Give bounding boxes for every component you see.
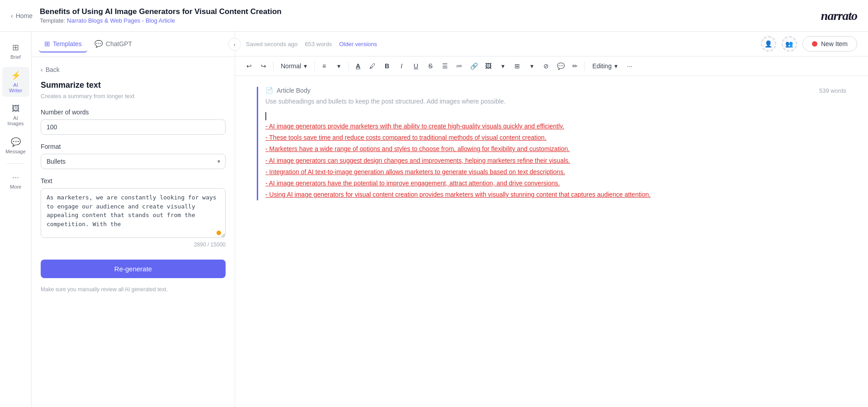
person-add-icon: 👥 [785, 40, 793, 47]
heading-chevron-icon: ▾ [304, 62, 307, 70]
sidebar-item-message[interactable]: 💬 Message [2, 133, 29, 158]
sidebar-item-ai-writer[interactable]: ⚡ AI Writer [2, 67, 29, 97]
words-field-group: Number of words [41, 109, 226, 135]
table-button[interactable]: ⊞ [510, 59, 524, 73]
back-label: Back [46, 66, 60, 73]
recording-dot [217, 231, 221, 235]
sidebar-label-ai-writer: AI Writer [8, 82, 24, 93]
editing-chevron-icon: ▾ [614, 62, 618, 70]
back-button[interactable]: ‹ Back [41, 66, 226, 73]
panel-tabs-left: ⊞ Templates 💬 ChatGPT [39, 36, 137, 52]
text-input[interactable] [41, 188, 226, 238]
image-chevron-button[interactable]: ▾ [496, 59, 509, 73]
panel-section-desc: Creates a summary from longer text [41, 93, 226, 99]
words-input[interactable] [41, 119, 226, 135]
format-select-wrapper: Bullets Numbered Paragraph ▾ [41, 154, 226, 169]
user-avatar-button[interactable]: 👤 [761, 36, 776, 52]
article-section-header: 📄 Article Body 539 words [265, 87, 846, 94]
grid-icon: ⊞ [12, 43, 19, 52]
italic-button[interactable]: I [395, 59, 408, 73]
article-section-words: 539 words [819, 87, 846, 94]
words-label: Number of words [41, 109, 226, 116]
pencil-button[interactable]: ✏ [568, 59, 582, 73]
sidebar-item-brief[interactable]: ⊞ Brief [2, 39, 29, 63]
ordered-list-button[interactable]: ≔ [453, 59, 466, 73]
image-button[interactable]: 🖼 [481, 59, 495, 73]
editing-mode-button[interactable]: Editing ▾ [588, 61, 622, 71]
page-title: Benefits of Using AI Image Generators fo… [40, 7, 282, 16]
word-count: 653 words [305, 41, 332, 47]
subtitle-prefix: Template: [40, 17, 65, 24]
editing-label: Editing [592, 62, 612, 70]
toolbar-divider-1 [273, 61, 274, 71]
lightning-icon: ⚡ [11, 71, 21, 80]
share-avatar-button[interactable]: 👥 [782, 36, 797, 52]
header-title-area: Benefits of Using AI Image Generators fo… [40, 7, 282, 24]
sidebar-label-ai-images: AI Images [7, 115, 24, 126]
new-item-button[interactable]: New Item [802, 36, 857, 52]
header-subtitle: Template: Narrato Blogs & Web Pages - Bl… [40, 17, 282, 24]
person-icon: 👤 [764, 40, 772, 47]
redo-button[interactable]: ↪ [257, 59, 270, 73]
article-body-icon: 📄 [265, 87, 273, 94]
heading-value: Normal [281, 62, 301, 70]
sidebar-label-message: Message [5, 149, 26, 154]
editor-toolbar: ↩ ↪ Normal ▾ ≡ ▾ A 🖊 B I U S ☰ ≔ 🔗 🖼 ▾ ⊞… [235, 57, 868, 76]
toolbar-divider-3 [348, 61, 349, 71]
home-link[interactable]: ‹ Home [11, 12, 33, 19]
more-icon: ··· [12, 173, 19, 182]
text-field-group: Text 2890 / 15000 [41, 177, 226, 248]
strikethrough-button[interactable]: S [424, 59, 437, 73]
header-left: ‹ Home Benefits of Using AI Image Genera… [11, 7, 282, 24]
left-sidebar: ⊞ Brief ⚡ AI Writer 🖼 AI Images 💬 Messag… [0, 32, 32, 407]
editor-topbar: Saved seconds ago 653 words Older versio… [235, 32, 868, 57]
format-select[interactable]: Bullets Numbered Paragraph [41, 154, 226, 169]
comment-button[interactable]: 💬 [554, 59, 567, 73]
char-count: 2890 / 15000 [41, 241, 226, 248]
templates-tab-label: Templates [53, 40, 82, 47]
sidebar-label-more: More [10, 184, 21, 189]
toolbar-divider-4 [585, 61, 585, 71]
table-chevron-button[interactable]: ▾ [525, 59, 538, 73]
underline-button[interactable]: U [409, 59, 423, 73]
align-button[interactable]: ≡ [317, 59, 331, 73]
link-button[interactable]: 🔗 [467, 59, 481, 73]
text-color-button[interactable]: A [351, 59, 365, 73]
sidebar-divider [7, 163, 25, 164]
strikethrough2-button[interactable]: ⊘ [539, 59, 553, 73]
article-bullets: AI image generators provide marketers wi… [265, 121, 846, 200]
tab-templates[interactable]: ⊞ Templates [39, 36, 87, 52]
editor-content[interactable]: 📄 Article Body 539 words Use subheadings… [235, 76, 868, 407]
older-versions-link[interactable]: Older versions [339, 41, 377, 47]
align-chevron-button[interactable]: ▾ [332, 59, 345, 73]
more-toolbar-button[interactable]: ··· [623, 59, 637, 73]
list-item: AI image generators provide marketers wi… [265, 121, 846, 132]
editor-topbar-left: Saved seconds ago 653 words Older versio… [246, 41, 377, 47]
templates-tab-icon: ⊞ [44, 40, 50, 48]
side-panel: ⊞ Templates 💬 ChatGPT ‹ ‹ Back Summarize… [32, 32, 235, 407]
template-link[interactable]: Narrato Blogs & Web Pages - Blog Article [67, 17, 175, 24]
collapse-panel-button[interactable]: ‹ [228, 38, 241, 51]
panel-section-title: Summarize text [41, 80, 226, 90]
regenerate-button[interactable]: Re-generate [41, 260, 226, 278]
sidebar-item-ai-images[interactable]: 🖼 AI Images [2, 100, 29, 130]
list-item: These tools save time and reduce costs c… [265, 132, 846, 143]
undo-button[interactable]: ↩ [242, 59, 256, 73]
article-body-label: Article Body [277, 87, 311, 94]
article-placeholder: Use subheadings and bullets to keep the … [265, 98, 846, 105]
bullet-list-button[interactable]: ☰ [438, 59, 452, 73]
format-label: Format [41, 143, 226, 150]
text-label: Text [41, 177, 226, 185]
tab-chatgpt[interactable]: 💬 ChatGPT [89, 36, 137, 52]
bold-button[interactable]: B [380, 59, 394, 73]
editor-area: Saved seconds ago 653 words Older versio… [235, 32, 868, 407]
chat-icon: 💬 [11, 137, 21, 147]
toolbar-divider-2 [314, 61, 315, 71]
list-item: Using AI image generators for visual con… [265, 189, 846, 200]
image-icon: 🖼 [12, 104, 20, 114]
sidebar-item-more[interactable]: ··· More [2, 169, 29, 193]
highlight-button[interactable]: 🖊 [366, 59, 379, 73]
heading-select[interactable]: Normal ▾ [276, 61, 311, 71]
sidebar-label-brief: Brief [10, 54, 21, 60]
list-item: Integration of AI text-to-image generati… [265, 166, 846, 178]
